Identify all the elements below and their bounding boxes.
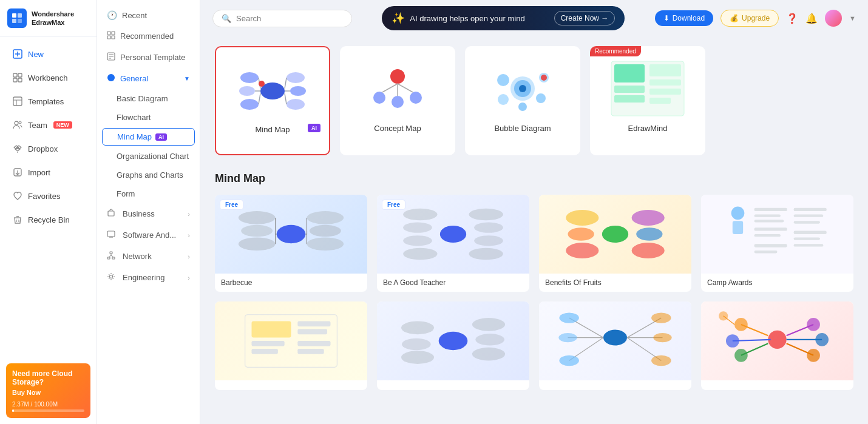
- svg-point-69: [498, 94, 509, 105]
- t7-svg: [539, 301, 691, 380]
- svg-point-71: [519, 85, 526, 92]
- mid-section-network[interactable]: Network ›: [97, 246, 200, 267]
- sidebar-item-label-new: New: [28, 50, 44, 59]
- upgrade-button[interactable]: 💰 Upgrade: [721, 10, 779, 27]
- svg-line-61: [382, 84, 398, 92]
- svg-rect-122: [754, 244, 787, 247]
- search-bar[interactable]: 🔍: [212, 10, 352, 27]
- recent-icon: 🕐: [107, 10, 117, 20]
- cloud-storage-card[interactable]: Need more Cloud Storage? Buy Now 2.37M /…: [6, 363, 90, 418]
- template-thumb-fruits[interactable]: Benefits Of Fruits: [539, 195, 691, 292]
- mid-sub-basic[interactable]: Basic Diagram: [97, 89, 200, 108]
- logo-icon: [7, 8, 27, 28]
- ai-banner[interactable]: ✨ AI drawing helps open your mind Create…: [382, 6, 625, 30]
- sidebar-item-label-favorites: Favorites: [28, 192, 60, 201]
- sidebar-item-dropbox[interactable]: Dropbox: [4, 137, 93, 160]
- svg-line-52: [259, 93, 260, 104]
- sidebar-item-favorites[interactable]: Favorites: [4, 184, 93, 207]
- template-thumb-t7[interactable]: [539, 301, 691, 390]
- template-card-bubble[interactable]: Bubble Diagram: [465, 46, 580, 155]
- avatar-dropdown-icon[interactable]: ▼: [849, 15, 856, 22]
- ai-banner-icon: ✨: [392, 12, 405, 25]
- mid-item-recommended[interactable]: Recommended: [97, 25, 200, 47]
- download-button[interactable]: ⬇ Download: [655, 10, 713, 26]
- app-logo[interactable]: Wondershare EdrawMax: [0, 0, 97, 37]
- svg-rect-7: [13, 73, 17, 77]
- svg-rect-125: [794, 237, 820, 240]
- svg-point-155: [768, 331, 786, 349]
- svg-point-142: [603, 330, 627, 346]
- template-thumb-camp[interactable]: Camp Awards: [701, 195, 853, 292]
- svg-rect-133: [297, 341, 330, 346]
- help-icon[interactable]: ❓: [786, 13, 798, 24]
- top-templates: AI Mind Map Concept Map: [215, 46, 853, 155]
- svg-rect-74: [614, 64, 645, 82]
- svg-point-42: [110, 275, 113, 278]
- team-icon: [12, 119, 23, 130]
- mid-sub-mindmap[interactable]: Mind Map AI: [102, 128, 195, 146]
- svg-point-165: [807, 318, 820, 331]
- sidebar-item-new[interactable]: New: [4, 42, 93, 66]
- svg-point-58: [373, 92, 385, 104]
- mid-sub-form[interactable]: Form: [97, 184, 200, 203]
- sidebar: Wondershare EdrawMax New Workbench Templ…: [0, 0, 97, 424]
- sidebar-item-label-workbench: Workbench: [28, 73, 68, 82]
- template-card-edrawmind[interactable]: Recommended EdrawMind: [590, 46, 705, 155]
- template-thumb-t6[interactable]: [377, 301, 529, 390]
- t8-svg: [701, 301, 853, 380]
- svg-rect-115: [754, 215, 781, 217]
- template-card-concept-label: Concept Map: [374, 124, 421, 133]
- mid-section-engineering[interactable]: Engineering ›: [97, 267, 200, 288]
- mid-item-personal[interactable]: Personal Template: [97, 47, 200, 68]
- svg-rect-75: [614, 86, 645, 93]
- ai-badge-mindmap: AI: [155, 133, 167, 141]
- svg-point-96: [440, 226, 466, 243]
- sidebar-nav: New Workbench Templates Team NEW: [0, 37, 97, 357]
- sidebar-item-label-templates: Templates: [28, 97, 64, 106]
- workbench-icon: [12, 72, 23, 83]
- mid-sub-org[interactable]: Organizational Chart: [97, 147, 200, 166]
- cloud-storage-buy[interactable]: Buy Now: [12, 389, 84, 396]
- ai-banner-cta-button[interactable]: Create Now →: [554, 11, 615, 25]
- notification-icon[interactable]: 🔔: [805, 13, 818, 24]
- sidebar-item-templates[interactable]: Templates: [4, 90, 93, 113]
- mid-sub-flowchart[interactable]: Flowchart: [97, 108, 200, 127]
- thumb-label-teacher: Be A Good Teacher: [377, 274, 529, 292]
- mid-section-software[interactable]: Software And... ›: [97, 224, 200, 246]
- recommended-icon: [107, 31, 115, 41]
- sidebar-item-import[interactable]: Import: [4, 161, 93, 184]
- svg-rect-113: [733, 221, 743, 234]
- mid-section-general[interactable]: General ▼: [97, 68, 200, 89]
- user-avatar[interactable]: [825, 10, 842, 27]
- template-card-mindmap[interactable]: AI Mind Map: [215, 46, 330, 155]
- mid-sub-graphs[interactable]: Graphs and Charts: [97, 166, 200, 184]
- thumb-label-t5: [215, 380, 367, 390]
- sidebar-item-label-team: Team: [28, 121, 47, 130]
- thumb-label-t7: [539, 380, 691, 390]
- template-thumb-t8[interactable]: [701, 301, 853, 390]
- bubble-preview-svg: [486, 58, 559, 119]
- mind-map-section: Mind Map Free: [215, 172, 853, 390]
- topbar: 🔍 ✨ AI drawing helps open your mind Crea…: [200, 0, 868, 36]
- general-icon: [107, 73, 115, 84]
- thumb-label-camp: Camp Awards: [701, 274, 853, 292]
- thumb-img-t5: [215, 301, 367, 380]
- template-thumb-teacher[interactable]: Free Be A Good Tea: [377, 195, 529, 292]
- search-input[interactable]: [236, 14, 343, 23]
- svg-rect-26: [112, 36, 115, 39]
- storage-bar-fill: [12, 409, 14, 412]
- svg-rect-11: [13, 97, 22, 106]
- template-card-concept[interactable]: Concept Map: [340, 46, 455, 155]
- template-thumb-t5[interactable]: [215, 301, 367, 390]
- svg-point-15: [19, 121, 21, 124]
- svg-rect-76: [614, 95, 645, 103]
- app-name: Wondershare: [32, 10, 74, 18]
- mid-section-business[interactable]: Business ›: [97, 203, 200, 224]
- svg-point-166: [815, 333, 829, 346]
- thumb-img-teacher: Free: [377, 195, 529, 274]
- sidebar-item-recycle[interactable]: Recycle Bin: [4, 208, 93, 231]
- template-thumb-barbecue[interactable]: Free: [215, 195, 367, 292]
- sidebar-item-workbench[interactable]: Workbench: [4, 66, 93, 89]
- sidebar-item-team[interactable]: Team NEW: [4, 113, 93, 136]
- mid-item-recent[interactable]: 🕐 Recent: [97, 5, 200, 25]
